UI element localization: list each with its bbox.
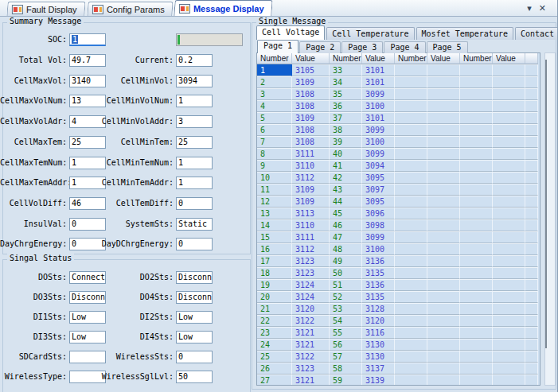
number-cell[interactable]: 42 bbox=[330, 172, 362, 184]
value-cell[interactable] bbox=[493, 208, 525, 219]
number-cell[interactable]: 20 bbox=[257, 291, 292, 303]
number-cell[interactable]: 57 bbox=[330, 351, 362, 363]
column-header[interactable]: Value bbox=[493, 53, 525, 64]
number-cell[interactable] bbox=[460, 303, 493, 315]
number-cell[interactable] bbox=[395, 160, 427, 172]
number-cell[interactable]: 6 bbox=[257, 124, 292, 136]
value-cell[interactable]: 3135 bbox=[362, 291, 395, 303]
number-cell[interactable] bbox=[460, 112, 493, 124]
value-cell[interactable] bbox=[427, 100, 460, 112]
column-header[interactable]: Number bbox=[330, 53, 362, 64]
value-cell[interactable] bbox=[427, 279, 460, 291]
value-cell[interactable] bbox=[493, 363, 525, 375]
value-cell[interactable] bbox=[427, 148, 460, 160]
number-cell[interactable] bbox=[460, 375, 493, 386]
number-cell[interactable]: 22 bbox=[257, 315, 292, 327]
number-cell[interactable]: 59 bbox=[330, 375, 362, 386]
value-cell[interactable]: 3098 bbox=[362, 219, 395, 231]
value-cell[interactable]: 3112 bbox=[292, 243, 330, 255]
number-cell[interactable] bbox=[395, 196, 427, 208]
number-cell[interactable] bbox=[460, 100, 493, 112]
number-cell[interactable] bbox=[460, 339, 493, 351]
value-cell[interactable] bbox=[493, 196, 525, 208]
number-cell[interactable]: 37 bbox=[330, 112, 362, 124]
value-cell[interactable]: 3095 bbox=[362, 172, 395, 184]
value-cell[interactable]: 3097 bbox=[362, 184, 395, 196]
value-cell[interactable] bbox=[427, 339, 460, 351]
value-cell[interactable] bbox=[427, 363, 460, 375]
value-cell[interactable]: 3123 bbox=[292, 255, 330, 267]
number-cell[interactable]: 41 bbox=[330, 160, 362, 172]
value-cell[interactable]: 3128 bbox=[362, 303, 395, 315]
value-cell[interactable] bbox=[493, 76, 525, 88]
number-cell[interactable] bbox=[460, 243, 493, 255]
value-cell[interactable]: 3111 bbox=[292, 148, 330, 160]
number-cell[interactable] bbox=[395, 255, 427, 267]
number-cell[interactable] bbox=[460, 279, 493, 291]
value-cell[interactable]: 3124 bbox=[292, 279, 330, 291]
number-cell[interactable] bbox=[395, 279, 427, 291]
di4sts-input[interactable]: Low bbox=[176, 331, 213, 343]
value-cell[interactable]: 3137 bbox=[362, 363, 395, 375]
value-cell[interactable]: 3099 bbox=[362, 124, 395, 136]
number-cell[interactable]: 8 bbox=[257, 148, 292, 160]
number-cell[interactable] bbox=[460, 363, 493, 375]
number-cell[interactable]: 40 bbox=[330, 148, 362, 160]
wirelesssts-input[interactable]: 0 bbox=[176, 351, 213, 363]
number-cell[interactable] bbox=[395, 148, 427, 160]
number-cell[interactable] bbox=[460, 315, 493, 327]
value-cell[interactable] bbox=[427, 291, 460, 303]
tab-cell-temperature[interactable]: Cell Temperature bbox=[326, 27, 414, 40]
number-cell[interactable] bbox=[395, 136, 427, 148]
value-cell[interactable] bbox=[493, 279, 525, 291]
value-cell[interactable]: 3123 bbox=[292, 363, 330, 375]
number-cell[interactable] bbox=[395, 375, 427, 386]
value-cell[interactable]: 3099 bbox=[362, 231, 395, 243]
column-header[interactable]: Value bbox=[427, 53, 460, 64]
value-cell[interactable]: 3101 bbox=[362, 64, 395, 76]
number-cell[interactable] bbox=[460, 184, 493, 196]
value-cell[interactable] bbox=[493, 124, 525, 136]
number-cell[interactable]: 49 bbox=[330, 255, 362, 267]
number-cell[interactable]: 10 bbox=[257, 172, 292, 184]
number-cell[interactable]: 36 bbox=[330, 100, 362, 112]
number-cell[interactable] bbox=[460, 291, 493, 303]
value-cell[interactable]: 3122 bbox=[292, 315, 330, 327]
number-cell[interactable] bbox=[395, 315, 427, 327]
value-cell[interactable] bbox=[493, 303, 525, 315]
value-cell[interactable]: 3130 bbox=[362, 351, 395, 363]
systemsts-input[interactable]: Static bbox=[176, 218, 213, 231]
number-cell[interactable] bbox=[395, 327, 427, 339]
value-cell[interactable] bbox=[493, 160, 525, 172]
number-cell[interactable] bbox=[460, 64, 493, 76]
value-cell[interactable]: 3095 bbox=[362, 196, 395, 208]
number-cell[interactable]: 7 bbox=[257, 136, 292, 148]
value-cell[interactable]: 3136 bbox=[362, 279, 395, 291]
number-cell[interactable] bbox=[460, 255, 493, 267]
tab-config-params[interactable]: Config Params bbox=[87, 2, 173, 16]
number-cell[interactable] bbox=[395, 184, 427, 196]
soc-input[interactable]: 1 bbox=[69, 33, 106, 46]
value-cell[interactable]: 3113 bbox=[292, 208, 330, 219]
value-cell[interactable] bbox=[493, 88, 525, 100]
value-cell[interactable] bbox=[427, 76, 460, 88]
number-cell[interactable] bbox=[460, 160, 493, 172]
number-cell[interactable]: 56 bbox=[330, 339, 362, 351]
value-cell[interactable]: 3136 bbox=[362, 255, 395, 267]
number-cell[interactable] bbox=[395, 303, 427, 315]
value-cell[interactable] bbox=[427, 208, 460, 219]
number-cell[interactable] bbox=[460, 267, 493, 279]
value-cell[interactable]: 3109 bbox=[292, 112, 330, 124]
value-cell[interactable] bbox=[427, 267, 460, 279]
value-cell[interactable]: 3100 bbox=[362, 136, 395, 148]
value-cell[interactable] bbox=[427, 255, 460, 267]
value-cell[interactable] bbox=[493, 148, 525, 160]
value-cell[interactable]: 3099 bbox=[362, 88, 395, 100]
number-cell[interactable]: 26 bbox=[257, 363, 292, 375]
value-cell[interactable] bbox=[493, 351, 525, 363]
value-cell[interactable]: 3108 bbox=[292, 88, 330, 100]
tab-page-1[interactable]: Page 1 bbox=[257, 40, 299, 53]
value-cell[interactable]: 3108 bbox=[292, 124, 330, 136]
value-cell[interactable]: 3111 bbox=[292, 231, 330, 243]
number-cell[interactable]: 54 bbox=[330, 315, 362, 327]
